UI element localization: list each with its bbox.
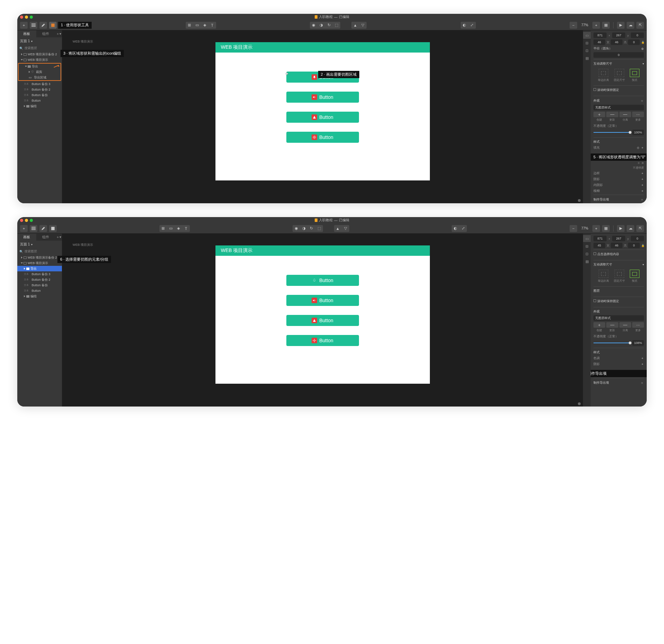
fit-edge-button[interactable] (599, 270, 608, 278)
x-input[interactable]: 871 (593, 32, 607, 38)
shape-square-button[interactable] (49, 22, 57, 29)
op-detach-button[interactable]: — (619, 322, 631, 328)
canvas[interactable]: 3 · 将区域形状和需输出的icon编组 WEB 项目演示 WEB 项目演示 +… (62, 30, 583, 203)
minimize-icon[interactable] (25, 16, 28, 19)
h-input[interactable]: 46 (611, 243, 622, 248)
layer-row[interactable]: 文本 Button 备份 3 (17, 81, 62, 87)
opacity-slider[interactable] (593, 132, 630, 133)
canvas[interactable]: 6 · 选择需要切图的元素/分组 WEB 项目演示 WEB 项目演示 Butto… (62, 234, 583, 407)
panel-menu-button[interactable]: ＋▾ (55, 234, 62, 241)
align-tab-icon[interactable]: ▭ (583, 32, 591, 39)
pin-checkbox[interactable] (593, 299, 596, 302)
radius-input[interactable]: 0 (593, 52, 644, 58)
prototype-tab-icon[interactable]: ⊡ (583, 250, 591, 257)
fit-preview-button[interactable] (630, 69, 639, 77)
minimize-icon[interactable] (25, 219, 28, 222)
fit-fixed-button[interactable] (615, 69, 624, 77)
r2-input[interactable]: 0 (628, 39, 640, 45)
artboard[interactable]: WEB 项目演示 + Button 2 · 画出需要切图区域 Button Bu… (215, 42, 430, 180)
demo-button-3[interactable]: Button (286, 315, 359, 326)
zoom-out-button[interactable]: − (570, 225, 577, 232)
scale-button[interactable]: ⤢ (459, 225, 467, 232)
demo-button-4[interactable]: Button (286, 132, 359, 143)
h-input[interactable]: 46 (611, 39, 622, 45)
r2-input[interactable]: 0 (628, 243, 640, 248)
x-input[interactable]: 871 (593, 236, 607, 241)
bool-subtract-button[interactable]: ◑ (317, 22, 325, 29)
demo-button-1[interactable]: + Button 2 · 画出需要切图区域 (286, 72, 359, 83)
layer-row-selected[interactable]: 导出 (17, 266, 62, 271)
layer-row[interactable]: 文本 Button (17, 288, 62, 293)
bool-difference-button[interactable]: ⬚ (315, 225, 323, 232)
close-icon[interactable] (20, 16, 23, 19)
reorder-button[interactable] (30, 225, 37, 232)
page-selector[interactable]: 页面 1▾ (17, 37, 62, 45)
play-button[interactable]: ▶ (617, 22, 625, 29)
op-update-button[interactable]: — (606, 322, 618, 328)
ungroup-button[interactable]: ▭ (193, 22, 201, 29)
layer-row[interactable]: ♡裁剪 (19, 69, 61, 75)
layer-row[interactable]: 编组 (17, 293, 62, 299)
layer-row[interactable]: 编组 (17, 103, 62, 109)
view-button[interactable]: ▦ (602, 22, 610, 29)
shape-square-button[interactable] (49, 225, 57, 232)
y-input[interactable]: 267 (612, 236, 625, 241)
tab-components[interactable]: 组件 (36, 234, 55, 241)
sec-export-label[interactable]: 制作导出项 (593, 381, 609, 385)
op-update-button[interactable]: — (606, 112, 618, 117)
bool-intersect-button[interactable]: ↻ (325, 22, 333, 29)
backward-button[interactable]: ▽ (342, 225, 349, 232)
edit-button[interactable] (39, 22, 47, 29)
layer-row[interactable]: WEB 项目演示备份 2 (17, 255, 62, 260)
op-create-button[interactable]: ＋ (593, 322, 605, 328)
opacity-value[interactable]: 108% (632, 340, 644, 346)
scale-button[interactable]: ⤢ (468, 22, 476, 29)
backward-button[interactable]: ▽ (359, 22, 367, 29)
tab-components[interactable]: 组件 (36, 30, 55, 37)
y-input[interactable]: 267 (612, 32, 625, 38)
symbol-button[interactable]: ◈ (175, 225, 182, 232)
text-button[interactable]: T (209, 22, 216, 29)
align-tab-icon[interactable]: ▭ (583, 235, 591, 242)
layer-row[interactable]: ▭ 导出区域 (19, 75, 61, 80)
r-input[interactable]: 0 (631, 236, 644, 241)
layer-row[interactable]: 文本 Button 备份 2 (17, 87, 62, 92)
pin-checkbox[interactable] (593, 88, 596, 91)
fit-edge-button[interactable] (599, 69, 608, 77)
demo-button-3[interactable]: Button (286, 112, 359, 123)
op-more-button[interactable]: ··· (632, 112, 644, 117)
op-more-button[interactable]: ··· (632, 322, 644, 328)
layer-row[interactable]: 导出 (19, 64, 61, 69)
blend-select[interactable]: 无图层样式 (593, 315, 644, 321)
layer-row[interactable]: 文本 Button 备份 2 (17, 277, 62, 282)
zoom-in-button[interactable]: + (592, 22, 600, 29)
layer-row[interactable]: 文本 Button (17, 98, 62, 103)
export-button[interactable]: ⇱ (636, 225, 644, 232)
add-button[interactable]: + (20, 22, 28, 29)
cloud-button[interactable]: ☁ (627, 22, 634, 29)
fit-fixed-button[interactable] (615, 270, 624, 278)
zoom-in-button[interactable]: + (592, 225, 600, 232)
demo-button-2[interactable]: Button (286, 92, 359, 103)
inspect-tab-icon[interactable]: ▤ (583, 258, 591, 265)
layer-row[interactable]: 文本 Button 备份 (17, 92, 62, 98)
play-button[interactable]: ▶ (617, 225, 625, 232)
inspect-tab-icon[interactable]: ▤ (583, 55, 591, 62)
opacity-slider[interactable] (593, 343, 630, 343)
zoom-icon[interactable] (30, 219, 33, 222)
layer-search[interactable]: 🔍 搜索图层 (17, 248, 62, 255)
group-button[interactable]: ⊞ (159, 225, 167, 232)
zoom-out-button[interactable]: − (570, 22, 577, 29)
add-button[interactable]: + (20, 225, 28, 232)
reorder-button[interactable] (30, 22, 37, 29)
layer-row[interactable]: WEB 项目演示备份 2 (17, 52, 62, 57)
zoom-icon[interactable] (30, 16, 33, 19)
forward-button[interactable]: ▲ (351, 22, 359, 29)
r-input[interactable]: 0 (631, 32, 644, 38)
export-button[interactable]: ⇱ (636, 22, 644, 29)
artboard[interactable]: WEB 项目演示 Button Button Button Button (215, 245, 430, 384)
symbol-button[interactable]: ◈ (201, 22, 209, 29)
panel-menu-button[interactable]: ＋▾ (55, 30, 62, 37)
blend-select[interactable]: 无图层样式 (593, 105, 644, 110)
bool-intersect-button[interactable]: ↻ (308, 225, 315, 232)
